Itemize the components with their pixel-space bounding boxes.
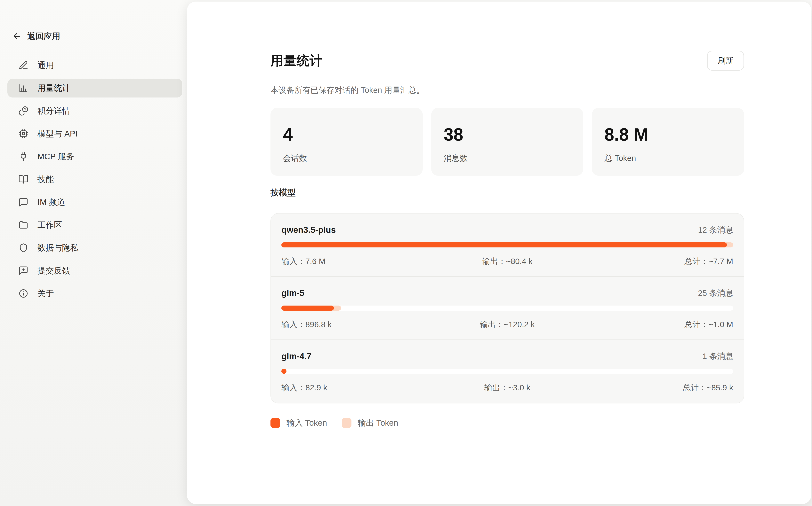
plug-icon (18, 152, 28, 162)
token-legend: 输入 Token 输出 Token (271, 417, 744, 428)
app-window: { "sidebar": { "back_label": "返回应用", "it… (0, 0, 812, 506)
input-token-segment (281, 306, 334, 311)
model-row: glm-5 25 条消息 输入：896.8 k 输出：~120.2 k 总计：~… (271, 277, 744, 340)
chat-bubble-icon (18, 197, 28, 207)
input-token-segment (281, 242, 727, 247)
sessions-label: 会话数 (283, 153, 307, 164)
sidebar-item-label: 用量统计 (38, 83, 70, 94)
legend-item-input: 输入 Token (271, 417, 327, 428)
input-token-label: 输入 Token (287, 417, 327, 428)
input-token-swatch (271, 418, 280, 428)
sessions-count: 4 (283, 124, 293, 145)
token-usage-bar (281, 242, 733, 247)
arrow-left-icon (12, 31, 21, 41)
model-output-stat: 输出：~80.4 k (432, 256, 583, 267)
model-output-stat: 输出：~3.0 k (432, 382, 583, 393)
sidebar-item-label: 技能 (38, 174, 54, 185)
models-usage-panel: qwen3.5-plus 12 条消息 输入：7.6 M 输出：~80.4 k … (271, 213, 744, 404)
stat-card-total-tokens: 8.8 M 总 Token (592, 108, 744, 176)
cpu-icon (18, 129, 28, 139)
pencil-icon (18, 60, 28, 70)
model-total-stat: 总计：~7.7 M (583, 256, 733, 267)
total-tokens-count: 8.8 M (604, 124, 648, 145)
page-subtitle: 本设备所有已保存对话的 Token 用量汇总。 (271, 85, 744, 96)
bar-chart-icon (18, 83, 28, 93)
sidebar-item-2[interactable]: 积分详情 (7, 102, 182, 120)
model-row: glm-4.7 1 条消息 输入：82.9 k 输出：~3.0 k 总计：~85… (271, 340, 744, 403)
token-usage-bar (281, 306, 733, 311)
model-message-count: 25 条消息 (698, 288, 733, 299)
usage-stats-page: 用量统计 刷新 本设备所有已保存对话的 Token 用量汇总。 4 会话数 38… (271, 2, 744, 428)
settings-sidebar: 返回应用 通用 用量统计 积分详情 模型与 API MCP 服务 技能 IM 频… (0, 0, 187, 506)
model-input-stat: 输入：7.6 M (281, 256, 432, 267)
messages-label: 消息数 (444, 153, 468, 164)
input-token-segment (281, 369, 287, 374)
model-row: qwen3.5-plus 12 条消息 输入：7.6 M 输出：~80.4 k … (271, 214, 744, 277)
model-name: glm-4.7 (281, 351, 311, 361)
model-output-stat: 输出：~120.2 k (432, 319, 583, 330)
sidebar-item-label: 积分详情 (38, 105, 70, 116)
model-total-stat: 总计：~85.9 k (583, 382, 733, 393)
sidebar-item-4[interactable]: MCP 服务 (7, 147, 182, 166)
sidebar-item-3[interactable]: 模型与 API (7, 124, 182, 143)
model-name: qwen3.5-plus (281, 225, 336, 235)
shield-icon (18, 243, 28, 253)
sidebar-nav: 通用 用量统计 积分详情 模型与 API MCP 服务 技能 IM 频道 工作区… (7, 56, 182, 303)
sidebar-item-label: IM 频道 (38, 197, 65, 208)
sidebar-item-7[interactable]: 工作区 (7, 216, 182, 234)
page-title: 用量统计 (271, 52, 323, 69)
model-input-stat: 输入：82.9 k (281, 382, 432, 393)
sidebar-item-0[interactable]: 通用 (7, 56, 182, 75)
info-icon (18, 288, 28, 299)
model-input-stat: 输入：896.8 k (281, 319, 432, 330)
stat-card-sessions: 4 会话数 (271, 108, 423, 176)
sidebar-item-1[interactable]: 用量统计 (7, 79, 182, 97)
model-message-count: 12 条消息 (698, 225, 733, 235)
messages-count: 38 (444, 124, 463, 145)
coins-icon (18, 106, 28, 116)
stat-card-messages: 38 消息数 (431, 108, 584, 176)
book-open-icon (18, 174, 28, 184)
folder-icon (18, 220, 28, 230)
output-token-swatch (342, 418, 352, 428)
feedback-plus-icon (18, 266, 28, 276)
sidebar-item-label: 通用 (38, 60, 54, 71)
sidebar-item-label: 模型与 API (38, 128, 77, 139)
sidebar-item-label: MCP 服务 (38, 151, 74, 162)
token-usage-bar (281, 369, 733, 374)
stats-cards: 4 会话数 38 消息数 8.8 M 总 Token (271, 108, 744, 176)
by-model-heading: 按模型 (271, 187, 744, 198)
total-tokens-label: 总 Token (604, 153, 636, 164)
model-message-count: 1 条消息 (703, 351, 733, 362)
back-to-app-button[interactable]: 返回应用 (12, 31, 60, 42)
sidebar-item-label: 数据与隐私 (38, 242, 78, 253)
sidebar-item-label: 工作区 (38, 220, 62, 231)
sidebar-item-label: 关于 (38, 288, 54, 299)
output-token-label: 输出 Token (358, 417, 398, 428)
main-panel: 用量统计 刷新 本设备所有已保存对话的 Token 用量汇总。 4 会话数 38… (187, 2, 811, 504)
sidebar-item-5[interactable]: 技能 (7, 170, 182, 189)
model-total-stat: 总计：~1.0 M (583, 319, 733, 330)
refresh-button[interactable]: 刷新 (707, 51, 744, 71)
sidebar-item-label: 提交反馈 (38, 265, 70, 276)
back-to-app-label: 返回应用 (27, 31, 60, 42)
page-header: 用量统计 刷新 (271, 51, 744, 71)
sidebar-item-6[interactable]: IM 频道 (7, 193, 182, 212)
model-name: glm-5 (281, 288, 304, 298)
sidebar-item-8[interactable]: 数据与隐私 (7, 239, 182, 257)
sidebar-item-10[interactable]: 关于 (7, 284, 182, 303)
legend-item-output: 输出 Token (342, 417, 398, 428)
sidebar-item-9[interactable]: 提交反馈 (7, 261, 182, 280)
